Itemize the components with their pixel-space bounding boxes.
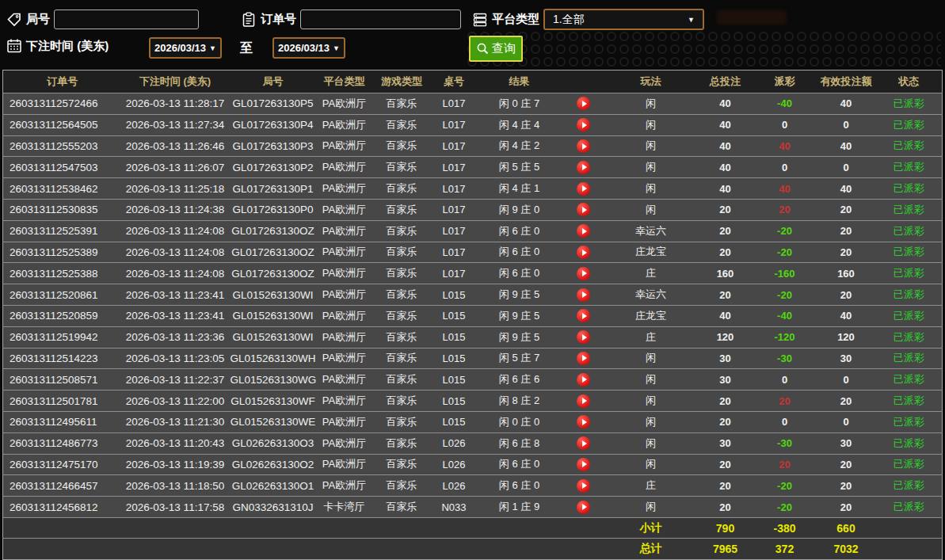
cell-bet-type: 庄龙宝 <box>604 305 698 326</box>
cell-bet-time: 2026-03-13 11:27:34 <box>122 114 229 135</box>
replay-play-icon[interactable] <box>577 161 590 174</box>
date-from-picker[interactable]: 2026/03/13 ▼ <box>149 37 222 59</box>
replay-play-icon[interactable] <box>577 436 590 450</box>
replay-play-icon[interactable] <box>577 309 590 322</box>
round-input[interactable] <box>54 10 199 29</box>
replay-play-icon[interactable] <box>577 415 590 429</box>
cell-replay <box>563 326 604 348</box>
replay-play-icon[interactable] <box>577 246 590 259</box>
replay-play-icon[interactable] <box>577 330 590 344</box>
cell-status-badge: 已派彩 <box>876 220 943 242</box>
cell-platform-type: PA欧洲厅 <box>318 93 372 115</box>
cell-platform-type: PA欧洲厅 <box>318 178 372 200</box>
cell-replay <box>563 432 604 454</box>
cell-payout: 0 <box>753 114 817 135</box>
table-row: 260313112519942 2026-03-13 11:23:36 GL01… <box>3 326 943 348</box>
search-button[interactable]: 查询 <box>469 36 523 62</box>
cell-result: 闲 1 庄 9 <box>476 497 563 518</box>
table-row: 260313112456812 2026-03-13 11:17:58 GN03… <box>3 497 943 518</box>
cell-bet-time: 2026-03-13 11:23:05 <box>122 348 229 369</box>
cell-order-number: 260313112520859 <box>3 305 122 326</box>
cell-total-bet: 30 <box>698 369 753 390</box>
cell-table-number: L015 <box>432 305 476 326</box>
subtotal-payout: -380 <box>753 517 817 539</box>
cell-game-type: 百家乐 <box>372 454 432 475</box>
replay-play-icon[interactable] <box>577 479 590 493</box>
cell-status-badge: 已派彩 <box>876 390 943 412</box>
replay-play-icon[interactable] <box>577 352 590 365</box>
cell-round-number: GL017263130P3 <box>229 135 318 157</box>
cell-round-number: GL017263130P1 <box>229 178 318 200</box>
replay-play-icon[interactable] <box>577 373 590 387</box>
cell-valid-bet: 40 <box>817 305 876 326</box>
cell-order-number: 260313112501781 <box>3 390 122 412</box>
cell-valid-bet: 20 <box>817 284 876 306</box>
cell-game-type: 百家乐 <box>372 348 432 369</box>
cell-order-number: 260313112525388 <box>3 263 122 284</box>
replay-play-icon[interactable] <box>577 501 590 514</box>
subtotal-valid: 660 <box>817 517 876 539</box>
cell-bet-type: 幸运六 <box>604 220 698 242</box>
cell-total-bet: 40 <box>698 157 753 178</box>
cell-payout: 20 <box>753 454 817 475</box>
cell-payout: -20 <box>753 220 817 242</box>
background-faded-text <box>717 10 787 25</box>
replay-play-icon[interactable] <box>577 288 590 302</box>
cell-game-type: 百家乐 <box>372 242 432 263</box>
replay-play-icon[interactable] <box>577 267 590 280</box>
cell-bet-time: 2026-03-13 11:18:50 <box>122 475 229 497</box>
grand-total-valid: 7032 <box>817 539 876 560</box>
cell-total-bet: 20 <box>698 411 753 432</box>
cell-payout: -40 <box>753 93 817 115</box>
cell-order-number: 260313112475170 <box>3 454 122 475</box>
cell-status-badge: 已派彩 <box>876 199 943 220</box>
replay-play-icon[interactable] <box>577 224 590 238</box>
table-row: 260313112564505 2026-03-13 11:27:34 GL01… <box>3 114 943 135</box>
cell-table-number: L015 <box>432 326 476 348</box>
cell-bet-type: 闲 <box>604 157 698 178</box>
replay-play-icon[interactable] <box>577 118 590 131</box>
cell-bet-type: 闲 <box>604 178 698 200</box>
cell-bet-time: 2026-03-13 11:23:41 <box>122 305 229 326</box>
cell-valid-bet: 20 <box>817 475 876 497</box>
table-row: 260313112520859 2026-03-13 11:23:41 GL01… <box>3 305 943 326</box>
cell-result: 闲 4 庄 4 <box>476 114 563 135</box>
order-input[interactable] <box>300 10 461 29</box>
cell-status-badge: 已派彩 <box>876 135 943 157</box>
col-header-table: 桌号 <box>432 70 476 93</box>
replay-play-icon[interactable] <box>577 458 590 471</box>
cell-round-number: GL017263130P2 <box>229 157 318 178</box>
replay-play-icon[interactable] <box>577 139 590 153</box>
cell-replay <box>563 157 604 178</box>
replay-play-icon[interactable] <box>577 203 590 216</box>
cell-round-number: GL015263130WI <box>229 305 318 326</box>
cell-valid-bet: 0 <box>817 369 876 390</box>
replay-play-icon[interactable] <box>577 97 590 110</box>
cell-bet-time: 2026-03-13 11:26:07 <box>122 157 229 178</box>
cell-bet-type: 闲 <box>604 390 698 412</box>
cell-platform-type: PA欧洲厅 <box>318 326 372 348</box>
cell-replay <box>563 242 604 263</box>
cell-total-bet: 120 <box>698 326 753 348</box>
cell-round-number: GL017263130P4 <box>229 114 318 135</box>
cell-bet-type: 庄龙宝 <box>604 242 698 263</box>
cell-bet-type: 闲 <box>604 93 698 115</box>
platform-select[interactable]: 1.全部 ▼ <box>543 9 704 30</box>
cell-order-number: 260313112564505 <box>3 114 122 135</box>
replay-play-icon[interactable] <box>577 182 590 196</box>
cell-result: 闲 6 庄 0 <box>476 220 563 242</box>
cell-platform-type: PA欧洲厅 <box>318 199 372 220</box>
cell-status-badge: 已派彩 <box>876 93 943 115</box>
cell-platform-type: PA欧洲厅 <box>318 157 372 178</box>
cell-payout: 20 <box>753 390 817 412</box>
cell-platform-type: PA欧洲厅 <box>318 369 372 390</box>
date-to-picker[interactable]: 2026/03/13 ▼ <box>272 37 345 59</box>
cell-result: 闲 9 庄 5 <box>476 305 563 326</box>
cell-payout: 0 <box>753 369 817 390</box>
cell-platform-type: 卡卡湾厅 <box>318 497 372 518</box>
cell-valid-bet: 20 <box>817 242 876 263</box>
cell-table-number: L026 <box>432 475 476 497</box>
cell-status-badge: 已派彩 <box>876 497 943 518</box>
table-row: 260313112486773 2026-03-13 11:20:43 GL02… <box>3 432 943 454</box>
replay-play-icon[interactable] <box>577 394 590 408</box>
